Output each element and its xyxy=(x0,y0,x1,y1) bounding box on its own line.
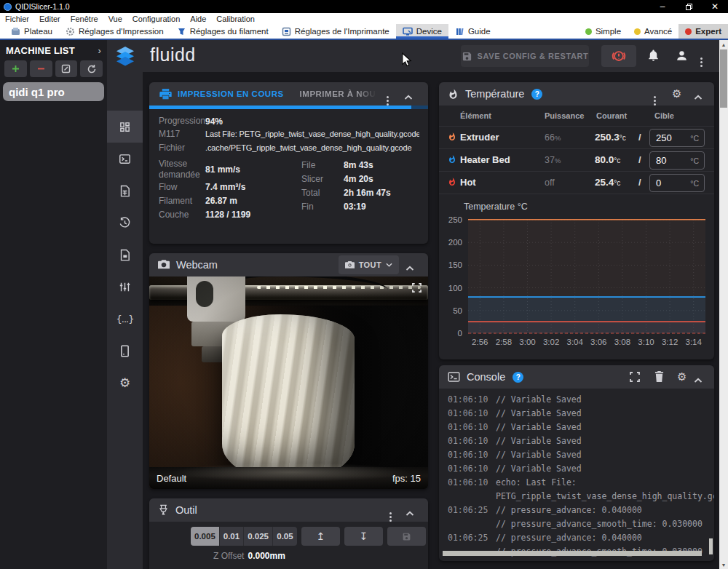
menu-item[interactable]: Fenêtre xyxy=(66,15,103,23)
sidebar-item-jobs[interactable] xyxy=(107,175,143,207)
mode-simple[interactable]: Simple xyxy=(579,24,628,39)
sidebar-item-console[interactable] xyxy=(107,143,143,175)
fluidd-logo-icon[interactable] xyxy=(107,40,143,72)
chevron-down-icon xyxy=(386,263,392,267)
temp-panel-collapse-icon[interactable] xyxy=(694,91,703,103)
console-line: 01:06:10 // Variable Saved xyxy=(448,462,714,476)
print-stat-row: Couche 1128 / 1199 xyxy=(159,208,301,222)
print-status-panel: IMPRESSION EN COURS IMPRIMER À NOU Progr… xyxy=(149,82,428,244)
console-line: 01:06:10 // Variable Saved xyxy=(448,448,714,462)
console-settings-icon[interactable]: ⚙ xyxy=(677,370,687,383)
webcam-stream: Default fps: 15 xyxy=(149,276,428,489)
target-temp-input[interactable]: 0°C xyxy=(649,174,705,192)
print-panel-kebab-icon[interactable] xyxy=(387,89,389,106)
mode-avance[interactable]: Avancé xyxy=(628,24,678,39)
temperature-panel: Température ? ⚙ Élément Puissance Couran… xyxy=(439,82,714,359)
sidebar-item-configure[interactable]: {...} xyxy=(107,303,143,335)
notifications-bell-icon[interactable] xyxy=(646,49,660,65)
flame-icon xyxy=(448,155,456,166)
tab-reglages-impression[interactable]: Réglages d'Impression xyxy=(59,24,170,39)
print-progress-bar xyxy=(149,106,428,109)
print-panel-collapse-icon[interactable] xyxy=(404,91,413,103)
mode-expert[interactable]: Expert xyxy=(678,24,728,39)
sidebar-item-history[interactable] xyxy=(107,207,143,239)
tab-imprimer-a-nouveau[interactable]: IMPRIMER À NOU xyxy=(300,89,376,98)
z-offset-up-button[interactable]: ↥ xyxy=(301,527,340,546)
camera-icon xyxy=(345,261,355,269)
webcam-collapse-icon[interactable] xyxy=(405,262,414,274)
sidebar-item-gcode-preview[interactable] xyxy=(107,239,143,271)
z-step-button[interactable]: 0.025 xyxy=(244,527,273,546)
estop-icon xyxy=(611,48,627,64)
z-step-button[interactable]: 0.05 xyxy=(273,527,297,546)
flame-icon xyxy=(448,132,456,143)
minimize-button[interactable]: – xyxy=(649,0,676,13)
help-icon[interactable]: ? xyxy=(513,372,523,383)
target-temp-input[interactable]: 80°C xyxy=(649,151,705,170)
z-offset-value: Z Offset0.000mm xyxy=(149,551,428,561)
machine-item[interactable]: qidi q1 pro xyxy=(3,82,104,101)
refresh-machine-button[interactable] xyxy=(80,60,103,77)
sidebar-item-system[interactable] xyxy=(107,335,143,367)
target-temp-input[interactable]: 250°C xyxy=(649,129,705,147)
menu-item[interactable]: Configuration xyxy=(127,15,185,23)
fluidd-sidebar: {...} ⚙ xyxy=(107,40,143,569)
menu-item[interactable]: Vue xyxy=(103,15,127,23)
menu-item[interactable]: Fichier xyxy=(0,15,34,23)
tab-reglages-imprimante[interactable]: Réglages de l'Imprimante xyxy=(275,24,396,39)
svg-text:3:06: 3:06 xyxy=(590,338,606,346)
svg-text:3:00: 3:00 xyxy=(519,338,535,346)
console-vertical-scrollbar[interactable] xyxy=(709,538,713,554)
close-button[interactable]: ✕ xyxy=(702,0,728,13)
console-horizontal-scrollbar[interactable] xyxy=(443,551,702,556)
menu-item[interactable]: Calibration xyxy=(211,15,260,23)
console-collapse-icon[interactable] xyxy=(694,374,703,386)
temperature-table-header: Élément Puissance Courant Cible xyxy=(439,106,714,127)
svg-text:200: 200 xyxy=(448,238,462,247)
z-step-button[interactable]: 0.01 xyxy=(220,527,244,546)
z-offset-save-button[interactable] xyxy=(387,527,426,546)
tab-reglages-filament[interactable]: Réglages du filament xyxy=(170,24,275,39)
help-icon[interactable]: ? xyxy=(531,89,542,100)
simple-dot xyxy=(585,28,592,35)
temp-panel-settings-icon[interactable]: ⚙ xyxy=(672,87,681,100)
remove-machine-button[interactable] xyxy=(30,60,52,77)
console-trash-icon[interactable] xyxy=(654,371,664,384)
svg-text:150: 150 xyxy=(448,260,462,269)
tab-device[interactable]: Device xyxy=(396,24,448,39)
sidebar-item-dashboard[interactable] xyxy=(107,111,143,143)
webcam-name-label: Default xyxy=(157,473,186,484)
sidebar-item-settings[interactable]: ⚙ xyxy=(107,367,143,399)
app-icon xyxy=(4,3,12,11)
tab-impression-en-cours[interactable]: IMPRESSION EN COURS xyxy=(159,89,284,100)
tab-plateau[interactable]: Plateau xyxy=(4,24,59,39)
scrollbar-thumb[interactable] xyxy=(720,49,727,108)
tool-title: Outil xyxy=(175,504,197,516)
heater-row: Hot off 25.4°c / 0°C xyxy=(439,172,714,194)
console-icon xyxy=(448,372,460,382)
console-fullscreen-icon[interactable] xyxy=(630,372,640,384)
tool-panel-kebab-icon[interactable] xyxy=(389,505,392,522)
edit-machine-button[interactable] xyxy=(55,60,78,77)
tab-guide[interactable]: Guide xyxy=(448,24,497,39)
window-scrollbar[interactable]: ▲ ▼ xyxy=(719,40,728,569)
emergency-stop-button[interactable] xyxy=(601,45,636,67)
z-offset-down-button[interactable]: ↧ xyxy=(344,527,383,546)
console-output[interactable]: 01:06:10 // Variable Saved 01:06:10 // V… xyxy=(439,389,714,561)
restore-button[interactable] xyxy=(676,0,702,13)
sidebar-item-tune[interactable] xyxy=(107,271,143,303)
user-icon[interactable] xyxy=(675,49,689,65)
menu-item[interactable]: Editer xyxy=(34,15,66,23)
webcam-fullscreen-icon[interactable] xyxy=(412,282,422,295)
menu-item[interactable]: Aide xyxy=(185,15,211,23)
machine-list-collapse-icon[interactable]: › xyxy=(98,45,101,56)
temp-panel-kebab-icon[interactable] xyxy=(654,89,656,106)
add-machine-button[interactable] xyxy=(4,60,27,77)
svg-text:3:08: 3:08 xyxy=(614,338,630,346)
z-step-button[interactable]: 0.005 xyxy=(191,527,220,546)
save-config-restart-button[interactable]: SAVE CONFIG & RESTART xyxy=(461,45,589,67)
tool-panel-collapse-icon[interactable] xyxy=(405,507,414,519)
webcam-source-button[interactable]: TOUT xyxy=(339,255,399,274)
console-title: Console xyxy=(467,371,505,383)
topbar-menu-kebab-icon[interactable] xyxy=(700,49,703,67)
